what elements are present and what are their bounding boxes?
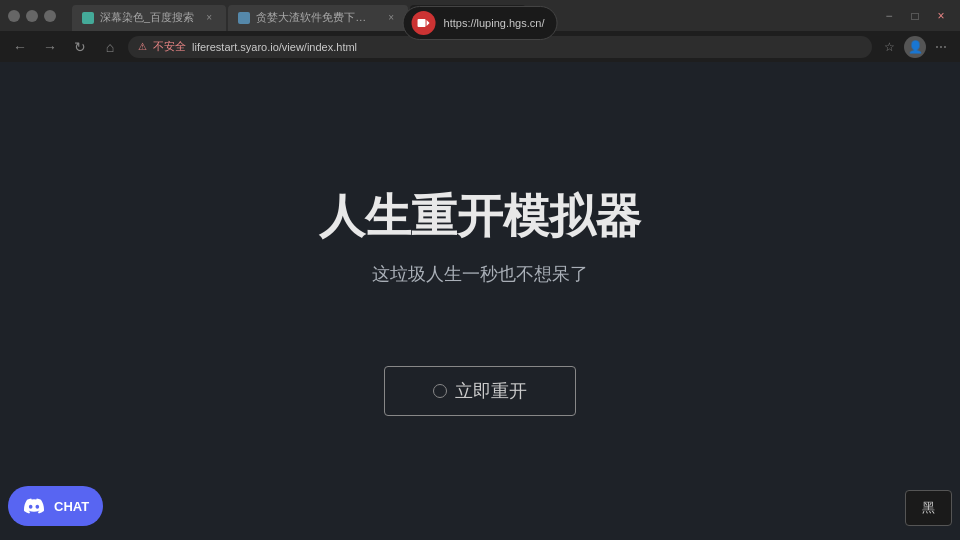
minimize-window-button[interactable]: − — [26, 10, 38, 22]
bookmark-icon[interactable]: ☆ — [878, 36, 900, 58]
chat-button-label: CHAT — [54, 499, 89, 514]
start-circle-icon — [433, 384, 447, 398]
discord-logo-icon — [22, 494, 46, 518]
main-content: 人生重开模拟器 这垃圾人生一秒也不想呆了 立即重开 CHAT 黑 — [0, 62, 960, 540]
discord-chat-button[interactable]: CHAT — [8, 486, 103, 526]
browser-chrome: × − □ 深幕染色_百度搜索 × 贪婪大渣软件免费下载_版量够忙... × L… — [0, 0, 960, 62]
tab-favicon-2 — [238, 12, 250, 24]
start-button-label: 立即重开 — [455, 379, 527, 403]
tab-tanlang[interactable]: 贪婪大渣软件免费下载_版量够忙... × — [228, 5, 408, 31]
close-window-button[interactable]: × — [8, 10, 20, 22]
svg-rect-0 — [418, 19, 426, 27]
restore-btn[interactable]: □ — [904, 5, 926, 27]
svg-marker-1 — [427, 20, 430, 26]
close-btn[interactable]: × — [930, 5, 952, 27]
tab-close-1[interactable]: × — [202, 11, 216, 25]
game-subtitle: 这垃圾人生一秒也不想呆了 — [372, 262, 588, 286]
minimize-btn[interactable]: − — [878, 5, 900, 27]
black-button-label: 黑 — [922, 500, 935, 515]
title-bar: × − □ 深幕染色_百度搜索 × 贪婪大渣软件免费下载_版量够忙... × L… — [0, 0, 960, 31]
security-label: 不安全 — [153, 39, 186, 54]
tab-favicon-1 — [82, 12, 94, 24]
start-game-button[interactable]: 立即重开 — [384, 366, 576, 416]
maximize-window-button[interactable]: □ — [44, 10, 56, 22]
back-button[interactable]: ← — [8, 35, 32, 59]
tab-shenwu[interactable]: 深幕染色_百度搜索 × — [72, 5, 226, 31]
lock-icon: ⚠ — [138, 41, 147, 52]
tab-label-1: 深幕染色_百度搜索 — [100, 10, 194, 25]
tab-label-2: 贪婪大渣软件免费下载_版量够忙... — [256, 10, 376, 25]
forward-button[interactable]: → — [38, 35, 62, 59]
tab-close-2[interactable]: × — [384, 11, 398, 25]
refresh-button[interactable]: ↻ — [68, 35, 92, 59]
avatar: 👤 — [904, 36, 926, 58]
black-theme-button[interactable]: 黑 — [905, 490, 952, 526]
recorder-url: https://luping.hgs.cn/ — [444, 17, 545, 29]
recorder-icon — [412, 11, 436, 35]
home-button[interactable]: ⌂ — [98, 35, 122, 59]
more-options-button[interactable]: ⋯ — [930, 36, 952, 58]
nav-right-controls: ☆ 👤 ⋯ — [878, 36, 952, 58]
profile-icon[interactable]: 👤 — [904, 36, 926, 58]
address-text: liferestart.syaro.io/view/index.html — [192, 41, 357, 53]
game-title: 人生重开模拟器 — [319, 186, 641, 248]
screen-recorder-widget[interactable]: https://luping.hgs.cn/ — [403, 6, 558, 40]
window-controls: × − □ — [8, 10, 56, 22]
